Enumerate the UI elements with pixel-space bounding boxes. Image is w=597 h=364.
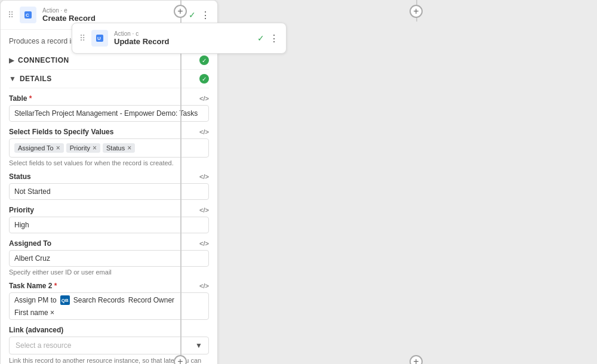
add-node-bottom-left[interactable]: + xyxy=(174,355,187,364)
tag-status-remove[interactable]: × xyxy=(127,144,131,152)
link-label: Link (advanced) xyxy=(9,326,209,334)
fields-code-icon[interactable]: </> xyxy=(199,128,209,135)
plus-icon-bl: + xyxy=(177,356,183,364)
priority-label: Priority xyxy=(9,206,34,214)
update-record-title: Update Record xyxy=(114,37,251,46)
connection-label: CONNECTION xyxy=(18,56,199,64)
table-required: * xyxy=(29,94,32,103)
tag-priority: Priority × xyxy=(66,143,100,153)
details-chevron-down: ▼ xyxy=(9,75,16,83)
create-record-info: Action · e Create Record xyxy=(42,7,183,23)
assigned-label-row: Assigned To </> xyxy=(9,239,209,248)
link-chevron-down: ▼ xyxy=(195,341,202,350)
task-name-input[interactable]: Assign PM to QB Search Records Record Ow… xyxy=(9,292,209,320)
tag-status: Status × xyxy=(103,143,135,153)
plus-icon-br: + xyxy=(413,356,418,364)
select-fields-section: Select Fields to Specify Values </> Assi… xyxy=(9,128,209,166)
fields-label: Select Fields to Specify Values xyxy=(9,128,113,136)
task-name-label: Task Name 2 * xyxy=(9,282,57,290)
assigned-value[interactable]: Albert Cruz xyxy=(9,250,209,267)
assigned-code-icon[interactable]: </> xyxy=(199,240,209,247)
tag-assigned-to-remove[interactable]: × xyxy=(56,144,60,152)
update-record-icon: U xyxy=(91,30,108,47)
link-select[interactable]: Select a resource ▼ xyxy=(9,337,209,354)
tag-assigned-to: Assigned To × xyxy=(14,143,64,153)
create-record-title: Create Record xyxy=(42,14,183,23)
task-name-qb-tag: QB xyxy=(60,295,70,305)
fields-hint: Select fields to set values for when the… xyxy=(9,159,209,166)
connection-section[interactable]: ▶ CONNECTION ✓ xyxy=(9,51,209,70)
plus-icon-right: + xyxy=(413,6,418,17)
table-code-icon[interactable]: </> xyxy=(199,95,209,102)
drag-handle-left[interactable]: ⠿ xyxy=(79,33,85,43)
update-record-info: Action · c Update Record xyxy=(114,30,251,46)
details-label: DETAILS xyxy=(20,75,199,83)
pill-first-name: First name xyxy=(14,309,48,317)
task-name-pill-firstname: First name × xyxy=(14,309,54,317)
assigned-label: Assigned To xyxy=(9,239,51,248)
status-field: Status </> Not Started xyxy=(9,172,209,200)
fields-tags-input[interactable]: Assigned To × Priority × Status × xyxy=(9,138,209,158)
update-record-check: ✓ xyxy=(257,33,264,43)
update-record-more[interactable]: ⋮ xyxy=(269,33,279,44)
tag-assigned-to-label: Assigned To xyxy=(18,144,54,152)
priority-value[interactable]: High xyxy=(9,217,209,233)
canvas: + + + + ⠿ U Action · c Update Record ✓ ⋮ xyxy=(0,0,597,364)
plus-icon: + xyxy=(177,6,183,17)
svg-text:C: C xyxy=(26,13,29,18)
tag-priority-remove[interactable]: × xyxy=(93,144,97,152)
task-name-prefix: Assign PM to xyxy=(14,296,57,304)
add-node-top-left[interactable]: + xyxy=(174,5,187,18)
task-name-required: * xyxy=(54,282,57,290)
table-label-row: Table * </> xyxy=(9,94,209,103)
pill-first-name-remove[interactable]: × xyxy=(50,309,54,317)
task-name-pill-search: Search Records xyxy=(73,296,125,304)
svg-text:U: U xyxy=(97,36,101,41)
priority-label-row: Priority </> xyxy=(9,206,209,214)
pill-record-owner: Record Owner xyxy=(128,296,174,304)
details-section[interactable]: ▼ DETAILS ✓ xyxy=(9,70,209,88)
connection-check: ✓ xyxy=(199,55,209,65)
task-name-label-row: Task Name 2 * </> xyxy=(9,282,209,290)
status-label-row: Status </> xyxy=(9,172,209,181)
task-name-pill-owner: Record Owner xyxy=(128,296,174,304)
add-node-bottom-right[interactable]: + xyxy=(410,355,423,364)
status-value[interactable]: Not Started xyxy=(9,183,209,200)
tag-status-label: Status xyxy=(106,144,125,152)
details-check: ✓ xyxy=(199,74,209,84)
assigned-hint: Specify either user ID or user email xyxy=(9,269,209,276)
priority-field: Priority </> High xyxy=(9,206,209,233)
table-field: Table * </> StellarTech Project Manageme… xyxy=(9,94,209,122)
table-label: Table * xyxy=(9,94,32,103)
task-name-code-icon[interactable]: </> xyxy=(199,282,209,289)
task-name-field: Task Name 2 * </> Assign PM to QB Search… xyxy=(9,282,209,320)
update-record-subtitle: Action · c xyxy=(114,30,251,37)
priority-code-icon[interactable]: </> xyxy=(199,206,209,214)
create-record-body: Produces a record in a Quickbase table b… xyxy=(1,30,217,364)
create-record-card: ⠿ C Action · e Create Record ✓ ⋮ Produce… xyxy=(0,0,218,364)
table-value[interactable]: StellarTech Project Management - Empower… xyxy=(9,105,209,122)
create-record-check: ✓ xyxy=(189,10,196,20)
link-placeholder: Select a resource xyxy=(16,341,71,350)
fields-label-row: Select Fields to Specify Values </> xyxy=(9,128,209,136)
create-record-actions: ✓ ⋮ xyxy=(189,10,210,21)
status-code-icon[interactable]: </> xyxy=(199,173,209,180)
update-record-actions: ✓ ⋮ xyxy=(257,33,279,44)
create-record-subtitle: Action · e xyxy=(42,7,183,14)
quickbase-logo: QB xyxy=(60,295,70,305)
left-vline-bottom xyxy=(180,54,181,364)
table-label-text: Table xyxy=(9,94,27,103)
create-record-more[interactable]: ⋮ xyxy=(201,10,210,21)
status-label: Status xyxy=(9,172,31,181)
tag-priority-label: Priority xyxy=(70,144,90,152)
add-node-top-right[interactable]: + xyxy=(410,5,423,18)
create-record-icon: C xyxy=(20,7,36,23)
connection-chevron-right: ▶ xyxy=(9,56,14,64)
pill-search-records: Search Records xyxy=(73,296,125,304)
task-name-label-text: Task Name 2 xyxy=(9,282,53,290)
update-record-card: ⠿ U Action · c Update Record ✓ ⋮ xyxy=(72,23,287,54)
drag-handle-right[interactable]: ⠿ xyxy=(8,10,14,20)
assigned-to-field: Assigned To </> Albert Cruz Specify eith… xyxy=(9,239,209,276)
